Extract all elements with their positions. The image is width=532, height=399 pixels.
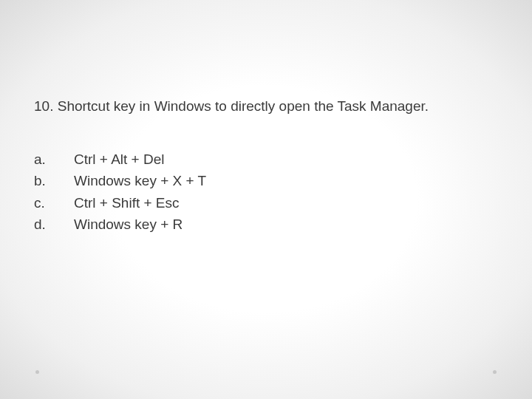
option-letter: d. (34, 214, 74, 235)
option-text: Windows key + X + T (74, 170, 206, 191)
decorative-dot (35, 370, 39, 374)
option-letter: a. (34, 149, 74, 170)
list-item: a. Ctrl + Alt + Del (34, 149, 498, 170)
options-list: a. Ctrl + Alt + Del b. Windows key + X +… (34, 149, 498, 236)
option-text: Ctrl + Alt + Del (74, 149, 165, 170)
decorative-dot (493, 370, 497, 374)
list-item: c. Ctrl + Shift + Esc (34, 192, 498, 214)
list-item: b. Windows key + X + T (34, 170, 498, 191)
option-letter: b. (34, 170, 74, 191)
question-body: Shortcut key in Windows to directly open… (58, 98, 429, 114)
slide-content: 10. Shortcut key in Windows to directly … (0, 0, 532, 235)
question-number: 10. (34, 98, 53, 114)
option-text: Windows key + R (74, 214, 183, 235)
question-text: 10. Shortcut key in Windows to directly … (34, 98, 498, 116)
option-letter: c. (34, 192, 74, 214)
list-item: d. Windows key + R (34, 214, 498, 235)
option-text: Ctrl + Shift + Esc (74, 192, 180, 214)
